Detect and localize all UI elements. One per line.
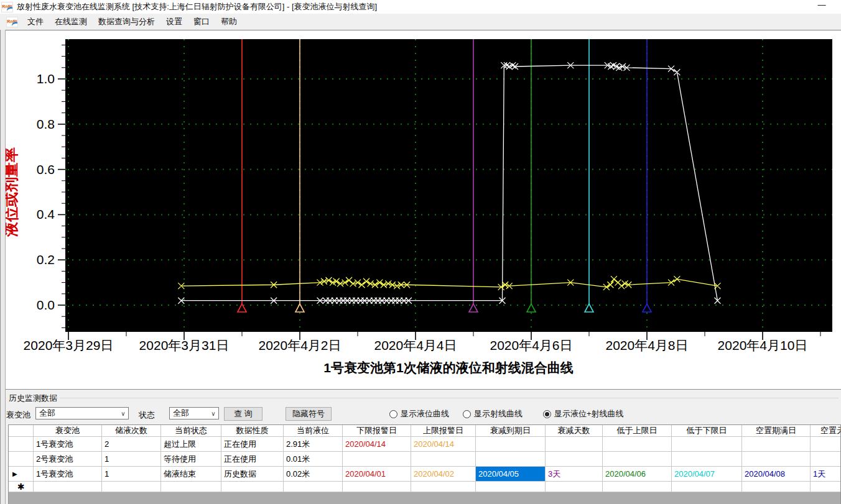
cell-r0-c4[interactable]: 2.91米	[284, 437, 343, 452]
history-data-grid: 衰变池储液次数当前状态数据性质当前液位下限报警日上限报警日衰减到期日衰减天数低于…	[8, 424, 841, 504]
cell-r2-c11[interactable]: 2020/04/08	[742, 467, 811, 482]
y-tick-label: 1.0	[37, 71, 55, 86]
app-window: RnRi 放射性废水衰变池在线监测系统 [技术支持:上海仁日辐射防护设备有限公司…	[0, 0, 841, 504]
cell-r1-c10[interactable]	[672, 452, 742, 467]
new-row-cell-10[interactable]	[672, 482, 742, 492]
cell-r0-c1[interactable]: 2	[102, 437, 161, 452]
cell-r0-c11[interactable]	[742, 437, 811, 452]
cell-r0-c5[interactable]: 2020/04/14	[343, 437, 411, 452]
status-select[interactable]: 全部 ∨	[169, 407, 219, 419]
x-tick-label: 2020年4月2日	[258, 338, 341, 352]
cell-r0-c10[interactable]	[672, 437, 742, 452]
pool-select[interactable]: 全部 ∨	[35, 407, 129, 419]
cell-r1-c6[interactable]	[411, 452, 476, 467]
radio-curve-option-0[interactable]: 显示液位曲线	[389, 408, 449, 419]
cell-r1-c8[interactable]	[546, 452, 603, 467]
radio-curve-option-2[interactable]: 显示液位+射线曲线	[543, 408, 624, 419]
cell-r2-c5[interactable]: 2020/04/01	[343, 467, 411, 482]
row-selector[interactable]: ▶	[9, 467, 34, 482]
minimize-button[interactable]: —	[814, 0, 830, 11]
new-row-selector[interactable]: ✱	[9, 482, 34, 492]
row-selector[interactable]	[9, 437, 34, 452]
new-row-cell-7[interactable]	[476, 482, 546, 492]
cell-r1-c2[interactable]: 等待使用	[161, 452, 221, 467]
menu-item-2[interactable]: 数据查询与分析	[93, 14, 160, 29]
hide-symbols-button[interactable]: 隐藏符号	[286, 407, 332, 421]
column-header-8[interactable]: 衰减天数	[546, 425, 603, 437]
cell-r2-c2[interactable]: 储液结束	[161, 467, 221, 482]
cell-r1-c7[interactable]	[476, 452, 546, 467]
x-tick-label: 2020年3月31日	[139, 338, 230, 352]
new-row-cell-8[interactable]	[546, 482, 603, 492]
cell-r0-c8[interactable]	[546, 437, 603, 452]
cell-r1-c11[interactable]	[742, 452, 811, 467]
mixed-curve-chart: 0.00.20.40.60.81.02020年3月29日2020年3月31日20…	[0, 30, 841, 390]
cell-r1-c0[interactable]: 2号衰变池	[34, 452, 102, 467]
column-header-1[interactable]: 储液次数	[102, 425, 161, 437]
cell-r0-c2[interactable]: 超过上限	[161, 437, 221, 452]
radio-label: 显示液位曲线	[401, 408, 449, 419]
cell-r2-c0[interactable]: 1号衰变池	[34, 467, 102, 482]
menu-items: 文件在线监测数据查询与分析设置窗口帮助	[22, 14, 243, 29]
cell-r0-c6[interactable]: 2020/04/14	[411, 437, 476, 452]
x-tick-label: 2020年4月6日	[490, 338, 572, 352]
column-header-5[interactable]: 下限报警日	[343, 425, 411, 437]
menu-item-1[interactable]: 在线监测	[49, 14, 93, 29]
y-tick-label: 0.2	[37, 252, 55, 267]
chart-area: 0.00.20.40.60.81.02020年3月29日2020年3月31日20…	[0, 30, 841, 390]
radio-curve-option-1[interactable]: 显示射线曲线	[463, 408, 523, 419]
cell-r2-c10[interactable]: 2020/04/07	[672, 467, 742, 482]
new-row-cell-3[interactable]	[221, 482, 284, 492]
new-row-cell-9[interactable]	[603, 482, 672, 492]
new-row-cell-2[interactable]	[161, 482, 221, 492]
groupbox-label: 历史监测数据	[6, 393, 60, 404]
cell-r2-c1[interactable]: 1	[102, 467, 161, 482]
column-header-3[interactable]: 数据性质	[221, 425, 284, 437]
column-header-10[interactable]: 低于下限日	[672, 425, 742, 437]
cell-r2-c8[interactable]: 3天	[546, 467, 603, 482]
table-row: ▶1号衰变池1储液结束历史数据0.02米2020/04/012020/04/02…	[9, 467, 840, 482]
column-header-2[interactable]: 当前状态	[161, 425, 221, 437]
menu-item-5[interactable]: 帮助	[215, 14, 243, 29]
menu-item-3[interactable]: 设置	[160, 14, 188, 29]
plot-area	[65, 39, 832, 332]
cell-r2-c9[interactable]: 2020/04/06	[603, 467, 672, 482]
column-header-0[interactable]: 衰变池	[34, 425, 102, 437]
cell-r2-c12[interactable]: 1天	[811, 467, 841, 482]
column-header-6[interactable]: 上限报警日	[411, 425, 476, 437]
new-row-cell-6[interactable]	[411, 482, 476, 492]
column-header-7[interactable]: 衰减到期日	[476, 425, 546, 437]
new-row-cell-11[interactable]	[742, 482, 811, 492]
cell-r1-c9[interactable]	[603, 452, 672, 467]
row-selector[interactable]	[9, 452, 34, 467]
new-row-cell-4[interactable]	[284, 482, 343, 492]
new-row-cell-0[interactable]	[34, 482, 102, 492]
cell-r0-c12[interactable]	[811, 437, 841, 452]
y-tick-label: 0.0	[37, 298, 55, 312]
pool-select-value: 全部	[36, 408, 118, 419]
cell-r2-c4[interactable]: 0.02米	[284, 467, 343, 482]
new-row-cell-1[interactable]	[102, 482, 161, 492]
cell-r2-c3[interactable]: 历史数据	[221, 467, 284, 482]
cell-r1-c5[interactable]	[343, 452, 411, 467]
new-row-cell-5[interactable]	[343, 482, 411, 492]
cell-r1-c4[interactable]: 0.01米	[284, 452, 343, 467]
radio-icon	[389, 410, 397, 418]
selected-cell[interactable]: 2020/04/05	[476, 467, 546, 482]
cell-r1-c12[interactable]	[811, 452, 841, 467]
cell-r0-c0[interactable]: 1号衰变池	[34, 437, 102, 452]
menu-item-4[interactable]: 窗口	[188, 14, 215, 29]
cell-r2-c6[interactable]: 2020/04/02	[411, 467, 476, 482]
cell-r1-c1[interactable]: 1	[102, 452, 161, 467]
cell-r0-c9[interactable]	[603, 437, 672, 452]
cell-r0-c3[interactable]: 正在使用	[221, 437, 284, 452]
column-header-9[interactable]: 低于上限日	[603, 425, 672, 437]
query-button[interactable]: 查 询	[224, 407, 263, 421]
column-header-4[interactable]: 当前液位	[284, 425, 343, 437]
menu-item-0[interactable]: 文件	[22, 14, 49, 29]
cell-r1-c3[interactable]: 正在使用	[221, 452, 284, 467]
column-header-12[interactable]: 空置天数	[811, 425, 841, 437]
cell-r0-c7[interactable]	[476, 437, 546, 452]
column-header-11[interactable]: 空置期满日	[742, 425, 811, 437]
new-row-cell-12[interactable]	[811, 482, 841, 492]
